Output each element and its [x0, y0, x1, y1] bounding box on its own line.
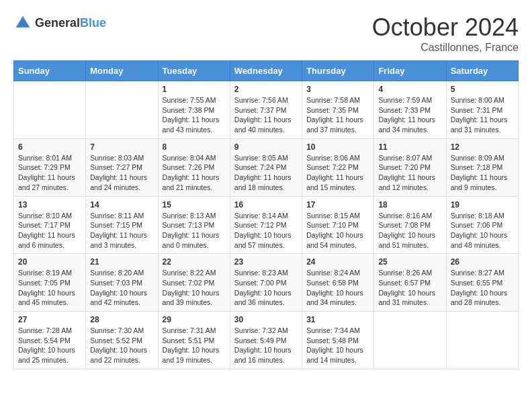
table-row	[86, 81, 158, 139]
day-info: Sunrise: 8:11 AM Sunset: 7:15 PM Dayligh…	[90, 211, 153, 250]
day-info: Sunrise: 8:19 AM Sunset: 7:05 PM Dayligh…	[18, 268, 81, 308]
table-row: 19Sunrise: 8:18 AM Sunset: 7:06 PM Dayli…	[446, 196, 518, 254]
day-number: 22	[163, 257, 226, 267]
table-row: 15Sunrise: 8:13 AM Sunset: 7:13 PM Dayli…	[158, 196, 230, 254]
table-row	[446, 312, 518, 369]
table-row: 16Sunrise: 8:14 AM Sunset: 7:12 PM Dayli…	[230, 196, 302, 254]
day-info: Sunrise: 8:13 AM Sunset: 7:13 PM Dayligh…	[163, 211, 226, 250]
day-number: 10	[306, 142, 369, 152]
table-row	[14, 81, 86, 139]
logo: GeneralBlue	[13, 13, 106, 32]
table-row: 21Sunrise: 8:20 AM Sunset: 7:03 PM Dayli…	[86, 254, 158, 312]
day-info: Sunrise: 7:34 AM Sunset: 5:48 PM Dayligh…	[306, 326, 369, 365]
table-row: 10Sunrise: 8:06 AM Sunset: 7:22 PM Dayli…	[302, 138, 374, 196]
day-info: Sunrise: 7:58 AM Sunset: 7:35 PM Dayligh…	[306, 95, 369, 135]
day-info: Sunrise: 8:18 AM Sunset: 7:06 PM Dayligh…	[451, 211, 514, 250]
day-info: Sunrise: 8:00 AM Sunset: 7:31 PM Dayligh…	[451, 95, 514, 135]
table-row: 11Sunrise: 8:07 AM Sunset: 7:20 PM Dayli…	[374, 138, 446, 196]
day-info: Sunrise: 8:03 AM Sunset: 7:27 PM Dayligh…	[90, 153, 153, 193]
table-row: 1Sunrise: 7:55 AM Sunset: 7:38 PM Daylig…	[158, 81, 230, 139]
day-number: 2	[234, 85, 298, 94]
table-row: 17Sunrise: 8:15 AM Sunset: 7:10 PM Dayli…	[302, 196, 374, 254]
day-number: 14	[90, 200, 153, 210]
day-number: 6	[18, 142, 81, 152]
day-info: Sunrise: 8:04 AM Sunset: 7:26 PM Dayligh…	[163, 153, 226, 193]
day-info: Sunrise: 8:14 AM Sunset: 7:12 PM Dayligh…	[234, 211, 298, 250]
day-number: 3	[306, 85, 369, 94]
table-row: 9Sunrise: 8:05 AM Sunset: 7:24 PM Daylig…	[230, 138, 302, 196]
day-info: Sunrise: 7:31 AM Sunset: 5:51 PM Dayligh…	[163, 326, 226, 365]
day-info: Sunrise: 8:26 AM Sunset: 6:57 PM Dayligh…	[378, 268, 441, 308]
table-row: 6Sunrise: 8:01 AM Sunset: 7:29 PM Daylig…	[14, 138, 86, 196]
col-wednesday: Wednesday	[230, 61, 302, 81]
day-number: 5	[451, 85, 514, 94]
day-info: Sunrise: 8:06 AM Sunset: 7:22 PM Dayligh…	[306, 153, 369, 193]
calendar-week-row: 20Sunrise: 8:19 AM Sunset: 7:05 PM Dayli…	[14, 254, 519, 312]
day-number: 8	[163, 142, 226, 152]
table-row: 5Sunrise: 8:00 AM Sunset: 7:31 PM Daylig…	[446, 81, 518, 139]
day-number: 17	[306, 200, 369, 210]
calendar-header-row: Sunday Monday Tuesday Wednesday Thursday…	[14, 61, 519, 81]
day-info: Sunrise: 8:16 AM Sunset: 7:08 PM Dayligh…	[378, 211, 441, 250]
day-number: 27	[18, 315, 81, 324]
table-row: 3Sunrise: 7:58 AM Sunset: 7:35 PM Daylig…	[302, 81, 374, 139]
day-number: 15	[163, 200, 226, 210]
day-info: Sunrise: 8:23 AM Sunset: 7:00 PM Dayligh…	[234, 268, 298, 308]
day-info: Sunrise: 8:01 AM Sunset: 7:29 PM Dayligh…	[18, 153, 81, 193]
table-row: 25Sunrise: 8:26 AM Sunset: 6:57 PM Dayli…	[374, 254, 446, 312]
day-number: 23	[234, 257, 298, 267]
day-number: 9	[234, 142, 298, 152]
table-row: 28Sunrise: 7:30 AM Sunset: 5:52 PM Dayli…	[86, 312, 158, 369]
table-row	[374, 312, 446, 369]
day-number: 30	[234, 315, 298, 324]
day-info: Sunrise: 7:55 AM Sunset: 7:38 PM Dayligh…	[163, 95, 226, 135]
day-number: 21	[90, 257, 153, 267]
month-title: October 2024	[372, 13, 519, 42]
day-info: Sunrise: 7:32 AM Sunset: 5:49 PM Dayligh…	[234, 326, 298, 365]
day-info: Sunrise: 8:15 AM Sunset: 7:10 PM Dayligh…	[306, 211, 369, 250]
day-number: 26	[451, 257, 514, 267]
calendar-week-row: 13Sunrise: 8:10 AM Sunset: 7:17 PM Dayli…	[14, 196, 519, 254]
table-row: 22Sunrise: 8:22 AM Sunset: 7:02 PM Dayli…	[158, 254, 230, 312]
logo-icon	[13, 13, 32, 32]
day-number: 24	[306, 257, 369, 267]
day-number: 11	[378, 142, 441, 152]
day-number: 19	[451, 200, 514, 210]
day-number: 4	[378, 85, 441, 94]
day-number: 12	[451, 142, 514, 152]
day-number: 13	[18, 200, 81, 210]
page-header: GeneralBlue October 2024 Castillonnes, F…	[13, 13, 519, 54]
day-info: Sunrise: 8:09 AM Sunset: 7:18 PM Dayligh…	[451, 153, 514, 193]
table-row: 14Sunrise: 8:11 AM Sunset: 7:15 PM Dayli…	[86, 196, 158, 254]
col-tuesday: Tuesday	[158, 61, 230, 81]
location-title: Castillonnes, France	[372, 42, 519, 54]
day-number: 29	[163, 315, 226, 324]
table-row: 2Sunrise: 7:56 AM Sunset: 7:37 PM Daylig…	[230, 81, 302, 139]
day-number: 7	[90, 142, 153, 152]
table-row: 13Sunrise: 8:10 AM Sunset: 7:17 PM Dayli…	[14, 196, 86, 254]
day-info: Sunrise: 8:20 AM Sunset: 7:03 PM Dayligh…	[90, 268, 153, 308]
day-number: 16	[234, 200, 298, 210]
table-row: 4Sunrise: 7:59 AM Sunset: 7:33 PM Daylig…	[374, 81, 446, 139]
col-sunday: Sunday	[14, 61, 86, 81]
table-row: 12Sunrise: 8:09 AM Sunset: 7:18 PM Dayli…	[446, 138, 518, 196]
table-row: 23Sunrise: 8:23 AM Sunset: 7:00 PM Dayli…	[230, 254, 302, 312]
day-number: 31	[306, 315, 369, 324]
calendar-table: Sunday Monday Tuesday Wednesday Thursday…	[13, 60, 519, 369]
col-thursday: Thursday	[302, 61, 374, 81]
day-number: 20	[18, 257, 81, 267]
table-row: 20Sunrise: 8:19 AM Sunset: 7:05 PM Dayli…	[14, 254, 86, 312]
col-saturday: Saturday	[446, 61, 518, 81]
table-row: 29Sunrise: 7:31 AM Sunset: 5:51 PM Dayli…	[158, 312, 230, 369]
day-info: Sunrise: 7:59 AM Sunset: 7:33 PM Dayligh…	[378, 95, 441, 135]
day-info: Sunrise: 8:07 AM Sunset: 7:20 PM Dayligh…	[378, 153, 441, 193]
day-info: Sunrise: 8:05 AM Sunset: 7:24 PM Dayligh…	[234, 153, 298, 193]
day-info: Sunrise: 7:56 AM Sunset: 7:37 PM Dayligh…	[234, 95, 298, 135]
day-number: 1	[163, 85, 226, 94]
calendar-week-row: 27Sunrise: 7:28 AM Sunset: 5:54 PM Dayli…	[14, 312, 519, 369]
day-info: Sunrise: 8:27 AM Sunset: 6:55 PM Dayligh…	[451, 268, 514, 308]
table-row: 27Sunrise: 7:28 AM Sunset: 5:54 PM Dayli…	[14, 312, 86, 369]
day-number: 18	[378, 200, 441, 210]
calendar-week-row: 1Sunrise: 7:55 AM Sunset: 7:38 PM Daylig…	[14, 81, 519, 139]
col-friday: Friday	[374, 61, 446, 81]
